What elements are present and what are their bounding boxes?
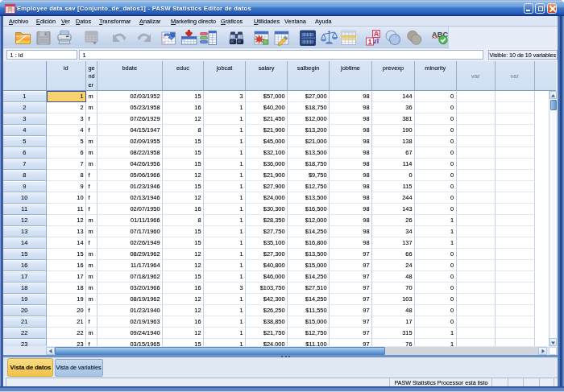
svg-text:1: 1 bbox=[368, 38, 372, 46]
svg-text:A: A bbox=[374, 30, 379, 38]
